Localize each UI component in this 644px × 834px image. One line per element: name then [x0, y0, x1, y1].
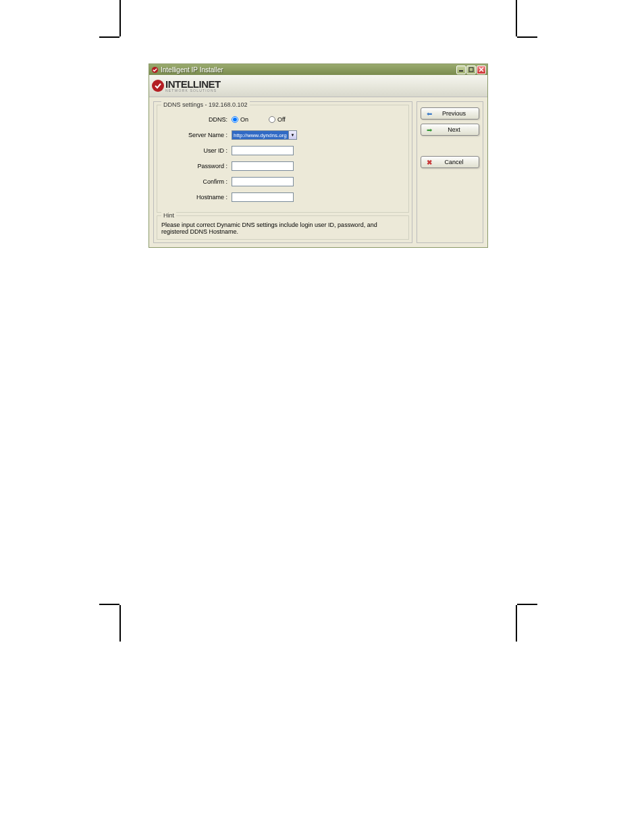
svg-rect-1 [459, 70, 463, 72]
confirm-label: Confirm : [161, 178, 232, 185]
app-window: Intelligent IP Installer INTELLINET NETW… [149, 63, 488, 248]
crop-mark [517, 36, 537, 38]
side-panel: ⬅ Previous ➡ Next ✖ Cancel [417, 101, 483, 243]
on-label: On [240, 116, 248, 123]
crop-mark [516, 0, 517, 36]
main-panel: DDNS settings - 192.168.0.102 DDNS: On [153, 101, 412, 243]
cancel-label: Cancel [433, 159, 475, 165]
arrow-right-icon: ➡ [425, 126, 433, 134]
brand-bar: INTELLINET NETWORK SOLUTIONS [149, 75, 487, 97]
titlebar: Intelligent IP Installer [149, 64, 487, 75]
crop-mark [119, 0, 121, 36]
user-id-input[interactable] [232, 146, 294, 155]
ddns-on-radio[interactable]: On [232, 116, 248, 123]
cancel-button[interactable]: ✖ Cancel [421, 156, 479, 168]
next-label: Next [433, 126, 475, 133]
arrow-left-icon: ⬅ [425, 110, 433, 118]
maximize-button[interactable] [466, 66, 476, 74]
ddns-label: DDNS: [161, 116, 232, 123]
svg-rect-2 [469, 68, 473, 72]
groupbox-title: DDNS settings - 192.168.0.102 [161, 101, 250, 108]
hostname-label: Hostname : [161, 194, 232, 201]
confirm-input[interactable] [232, 177, 294, 186]
crop-mark [119, 605, 121, 642]
app-icon [151, 66, 159, 74]
server-name-value: http://www.dyndns.org [232, 130, 289, 140]
brand-check-icon [152, 80, 164, 92]
next-button[interactable]: ➡ Next [421, 124, 479, 136]
server-name-label: Server Name : [161, 132, 232, 138]
ddns-settings-group: DDNS settings - 192.168.0.102 DDNS: On [157, 105, 409, 213]
ddns-off-input[interactable] [269, 116, 275, 123]
brand-name: INTELLINET [165, 79, 221, 89]
ddns-off-radio[interactable]: Off [269, 116, 286, 123]
crop-mark [99, 36, 119, 38]
minimize-button[interactable] [456, 66, 466, 74]
server-name-select[interactable]: http://www.dyndns.org ▼ [232, 130, 297, 140]
ddns-on-input[interactable] [232, 116, 238, 123]
previous-label: Previous [433, 110, 475, 117]
crop-mark [517, 604, 537, 605]
crop-mark [516, 605, 517, 642]
hint-text: Please input correct Dynamic DNS setting… [161, 221, 404, 235]
hostname-input[interactable] [232, 192, 294, 202]
window-title: Intelligent IP Installer [161, 66, 456, 74]
off-label: Off [277, 116, 286, 123]
dropdown-arrow-icon[interactable]: ▼ [289, 130, 297, 140]
password-input[interactable] [232, 161, 294, 171]
brand-tagline: NETWORK SOLUTIONS [165, 88, 221, 93]
hint-group: Hint Please input correct Dynamic DNS se… [157, 215, 409, 240]
cancel-x-icon: ✖ [425, 159, 433, 166]
previous-button[interactable]: ⬅ Previous [421, 107, 479, 120]
crop-mark [99, 604, 119, 605]
password-label: Password : [161, 163, 232, 170]
close-button[interactable] [477, 66, 486, 74]
hint-title: Hint [161, 212, 176, 219]
brand-logo: INTELLINET NETWORK SOLUTIONS [152, 79, 221, 93]
user-id-label: User ID : [161, 147, 232, 154]
